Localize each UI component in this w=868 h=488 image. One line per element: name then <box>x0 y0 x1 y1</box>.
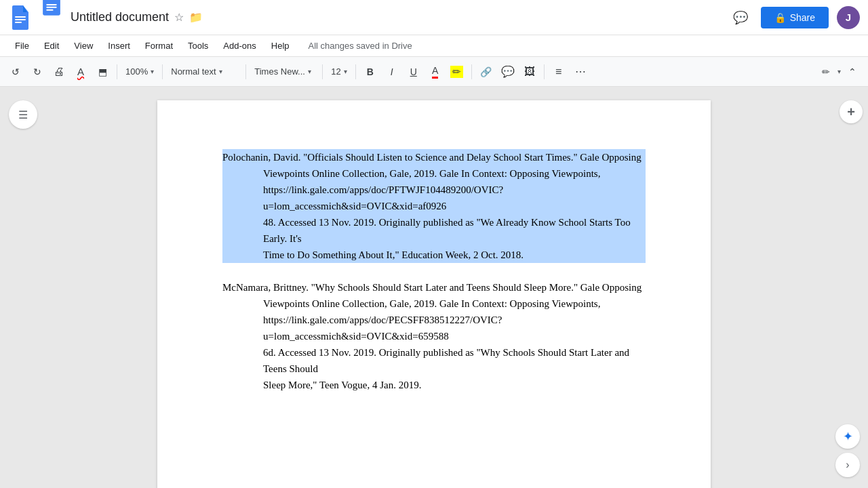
star-icon[interactable]: ☆ <box>174 11 184 24</box>
entry1-line5: Time to Do Something About It," Educatio… <box>222 247 646 263</box>
entry2-line1: McNamara, Brittney. "Why Schools Should … <box>222 279 646 296</box>
autosave-status: All changes saved in Drive <box>309 41 412 51</box>
collapse-sidebar-button[interactable]: › <box>835 453 860 477</box>
app-icon <box>8 5 33 30</box>
entry1-line3: https://link.gale.com/apps/doc/PFTWJF104… <box>222 182 646 214</box>
entry-spacer-1 <box>222 263 646 279</box>
menu-addons[interactable]: Add-ons <box>216 38 262 54</box>
entry1-line4: 48. Accessed 13 Nov. 2019. Originally pu… <box>222 214 646 247</box>
title-bar: Untitled document ☆ 📁 💬 🔒 Share J <box>0 0 868 35</box>
redo-button[interactable]: ↻ <box>27 62 47 82</box>
bib-entry-2: McNamara, Brittney. "Why Schools Should … <box>222 279 646 393</box>
svg-rect-2 <box>15 22 22 23</box>
svg-rect-4 <box>46 6 56 7</box>
outline-button[interactable]: ☰ <box>9 100 37 129</box>
menu-help[interactable]: Help <box>264 38 296 54</box>
doc-title[interactable]: Untitled document <box>71 10 169 24</box>
image-button[interactable]: 🖼 <box>519 62 540 82</box>
folder-icon[interactable]: 📁 <box>189 11 203 24</box>
svg-rect-3 <box>46 4 56 5</box>
toolbar: ↺ ↻ 🖨 A ⬒ 100% ▾ Normal text ▾ Times New… <box>0 57 868 87</box>
undo-button[interactable]: ↺ <box>5 62 26 82</box>
more-button[interactable]: ⋯ <box>570 62 591 82</box>
separator-7 <box>544 64 545 79</box>
share-button[interactable]: 🔒 Share <box>761 7 829 28</box>
page-container: ☰ Polochanin, David. "Officials Should L… <box>0 87 868 488</box>
style-value: Normal text <box>171 66 216 77</box>
bib-entry-1: Polochanin, David. "Officials Should Lis… <box>222 149 646 263</box>
entry2-line5: Sleep More," Teen Vogue, 4 Jan. 2019. <box>222 377 646 393</box>
align-button[interactable]: ≡ <box>549 62 569 82</box>
font-value: Times New... <box>254 66 305 77</box>
italic-button[interactable]: I <box>382 62 402 82</box>
svg-rect-5 <box>46 9 53 10</box>
separator-2 <box>162 64 163 79</box>
fontsize-value: 12 <box>331 66 340 77</box>
separator-6 <box>471 64 472 79</box>
entry2-line2: Viewpoints Online Collection, Gale, 2019… <box>222 296 646 312</box>
text-color-button[interactable]: A <box>425 62 446 82</box>
font-dropdown[interactable]: Times New... ▾ <box>250 62 318 82</box>
menu-bar: File Edit View Insert Format Tools Add-o… <box>0 35 868 57</box>
share-label: Share <box>790 12 815 23</box>
font-caret: ▾ <box>308 68 311 75</box>
entry2-line4: 6d. Accessed 13 Nov. 2019. Originally pu… <box>222 344 646 377</box>
collapse-icon: › <box>846 459 849 471</box>
menu-edit[interactable]: Edit <box>37 38 66 54</box>
assistant-button[interactable]: ✦ <box>835 424 860 449</box>
zoom-value: 100% <box>125 66 148 77</box>
comment-tool-button[interactable]: 💬 <box>498 62 518 82</box>
footer-icons: ✦ › <box>835 424 860 477</box>
comment-button[interactable]: 💬 <box>728 5 753 30</box>
svg-rect-1 <box>15 19 26 20</box>
outline-icon: ☰ <box>18 108 28 121</box>
menu-view[interactable]: View <box>67 38 100 54</box>
link-button[interactable]: 🔗 <box>476 62 496 82</box>
share-lock-icon: 🔒 <box>774 12 786 23</box>
collapse-toolbar-button[interactable]: ⌃ <box>842 62 863 82</box>
print-button[interactable]: 🖨 <box>49 62 69 82</box>
assistant-icon: ✦ <box>843 429 853 444</box>
left-sidebar: ☰ <box>0 87 46 488</box>
edit-mode-button[interactable]: ✏ <box>816 62 836 82</box>
underline-button[interactable]: U <box>403 62 424 82</box>
separator-1 <box>117 64 117 79</box>
edit-mode-caret[interactable]: ▾ <box>837 68 841 75</box>
app-icon-wrapper <box>39 0 64 19</box>
separator-4 <box>322 64 323 79</box>
paint-format-button[interactable]: ⬒ <box>92 62 113 82</box>
entry1-line1: Polochanin, David. "Officials Should Lis… <box>222 149 646 165</box>
entry2-line3: https://link.gale.com/apps/doc/PECSFF838… <box>222 312 646 344</box>
separator-3 <box>245 64 246 79</box>
user-avatar[interactable]: J <box>837 6 860 29</box>
style-caret: ▾ <box>219 68 222 75</box>
separator-5 <box>355 64 356 79</box>
zoom-caret: ▾ <box>151 68 154 75</box>
style-dropdown[interactable]: Normal text ▾ <box>167 62 241 82</box>
menu-insert[interactable]: Insert <box>101 38 137 54</box>
bold-button[interactable]: B <box>360 62 380 82</box>
menu-tools[interactable]: Tools <box>181 38 215 54</box>
add-comment-button[interactable]: + <box>840 100 863 123</box>
document-page[interactable]: Polochanin, David. "Officials Should Lis… <box>157 100 711 488</box>
fontsize-dropdown[interactable]: 12 ▾ <box>327 62 351 82</box>
fontsize-caret: ▾ <box>344 68 347 75</box>
zoom-dropdown[interactable]: 100% ▾ <box>121 62 158 82</box>
menu-format[interactable]: Format <box>138 38 180 54</box>
title-icons: ☆ 📁 <box>174 11 203 24</box>
spellcheck-button[interactable]: A <box>71 62 91 82</box>
entry1-line2: Viewpoints Online Collection, Gale, 2019… <box>222 165 646 182</box>
add-comment-icon: + <box>847 104 855 120</box>
header-right: 💬 🔒 Share J <box>728 5 860 30</box>
highlight-button[interactable]: ✏ <box>447 62 467 82</box>
menu-file[interactable]: File <box>8 38 36 54</box>
svg-rect-0 <box>15 16 26 18</box>
